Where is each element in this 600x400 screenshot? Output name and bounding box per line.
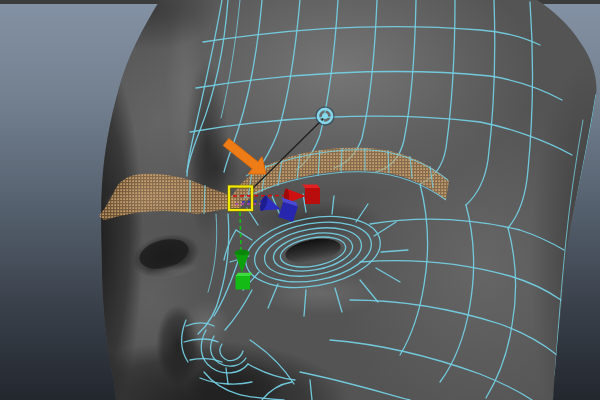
y-cone-base (235, 250, 250, 256)
x-cube[interactable] (305, 188, 320, 204)
scene (0, 0, 600, 400)
y-cube-top (236, 273, 253, 276)
x-cube-top (302, 185, 320, 189)
viewport-3d[interactable] (0, 0, 600, 400)
head-mesh[interactable] (47, 0, 600, 400)
orientation-toggle-handle[interactable] (316, 107, 334, 125)
y-cube[interactable] (236, 276, 251, 290)
toggle-dot[interactable] (322, 113, 328, 119)
